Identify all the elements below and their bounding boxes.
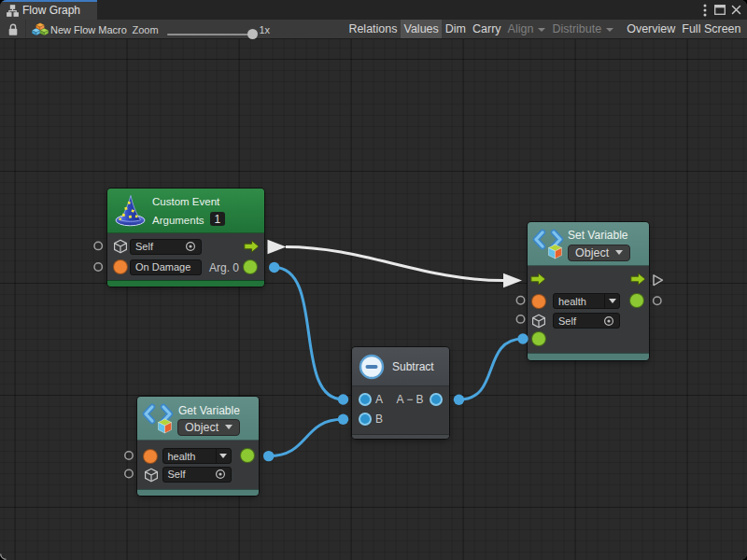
toolbar-button-group: RelationsValuesDimCarryAlignDistributeOv… <box>345 20 744 38</box>
node-custom-event[interactable]: Custom Event Arguments1 Self <box>107 189 264 287</box>
self-target-field[interactable]: Self <box>130 239 202 255</box>
subtract-header: Subtract <box>352 347 449 386</box>
flow-graph-window: Flow Graph <box>0 0 747 560</box>
toolbar-button-align: Align <box>504 20 549 38</box>
flow-in-arrow-port[interactable] <box>530 273 546 289</box>
value-output-port[interactable] <box>240 448 255 463</box>
object-picker-icon[interactable] <box>603 315 614 327</box>
subtract-title: Subtract <box>392 360 434 373</box>
toolbar-button-full-screen[interactable]: Full Screen <box>679 20 744 38</box>
toolbar-button-label: Relations <box>348 22 397 35</box>
toolbar-separator <box>25 20 26 38</box>
zoom-value: 1x <box>260 24 271 35</box>
lock-icon[interactable] <box>7 23 19 40</box>
subtract-body: A A − B B <box>352 386 449 434</box>
get-variable-footer <box>137 489 259 496</box>
arguments-count-field[interactable]: 1 <box>210 212 226 226</box>
toolbar-button-label: Values <box>404 22 439 35</box>
tab-strip: Flow Graph <box>0 0 747 20</box>
value-output-port[interactable] <box>629 293 644 308</box>
variable-name-dropdown[interactable]: health <box>162 448 232 464</box>
gameobject-cube-icon <box>531 314 546 332</box>
self-target-value: Self <box>135 241 185 252</box>
input-a-port[interactable] <box>359 393 372 406</box>
variable-name-port[interactable] <box>143 449 158 464</box>
object-picker-icon[interactable] <box>185 241 196 252</box>
node-get-variable[interactable]: Get Variable Object health <box>137 397 259 496</box>
window-resize-grip[interactable] <box>0 551 9 560</box>
self-target-field[interactable]: Self <box>162 467 232 483</box>
subtract-icon <box>359 354 385 384</box>
variable-icon <box>141 402 176 440</box>
graph-toolbar: New Flow Macro Zoom 1x RelationsValuesDi… <box>0 20 747 39</box>
variable-icon <box>531 228 567 265</box>
variable-name-value: health <box>168 451 216 462</box>
input-b-label: B <box>375 413 383 426</box>
maximize-icon[interactable] <box>712 0 727 20</box>
node-subtract[interactable]: Subtract A A − B B <box>352 347 449 439</box>
variable-kind-value: Object <box>185 421 218 434</box>
set-variable-title: Set Variable <box>568 229 627 242</box>
toolbar-button-distribute: Distribute <box>549 20 617 38</box>
chevron-down-icon <box>615 250 623 255</box>
toolbar-button-label: Align <box>508 22 534 35</box>
custom-event-header: Custom Event Arguments1 <box>107 189 264 233</box>
variable-kind-dropdown[interactable]: Object <box>177 419 240 436</box>
chevron-down-icon <box>604 294 619 308</box>
arg0-label: Arg. 0 <box>209 261 239 274</box>
variable-name-dropdown[interactable]: health <box>553 293 620 309</box>
chevron-down-icon <box>606 28 613 32</box>
toolbar-button-values[interactable]: Values <box>401 20 442 38</box>
get-variable-title: Get Variable <box>178 404 240 417</box>
variable-name-value: health <box>558 296 604 307</box>
input-a-label: A <box>375 393 383 406</box>
subtract-footer <box>352 434 449 440</box>
wizard-hat-icon <box>112 192 148 232</box>
get-variable-header: Get Variable Object <box>137 397 259 441</box>
object-picker-icon[interactable] <box>215 469 226 480</box>
event-name-value: On Damage <box>135 261 196 273</box>
tab-title: Flow Graph <box>22 4 80 17</box>
variable-name-port[interactable] <box>531 294 546 309</box>
gameobject-cube-icon <box>113 239 128 258</box>
tab-active-accent <box>0 0 97 2</box>
custom-event-footer <box>107 280 264 287</box>
set-variable-body: health Self <box>528 266 649 353</box>
toolbar-button-label: Full Screen <box>682 22 740 35</box>
input-b-port[interactable] <box>359 413 372 426</box>
arg0-output-port[interactable] <box>243 259 258 274</box>
node-set-variable[interactable]: Set Variable Object health <box>528 222 649 360</box>
zoom-slider-track[interactable] <box>167 34 254 35</box>
flow-out-arrow-port[interactable] <box>244 240 260 257</box>
set-variable-footer <box>528 353 649 360</box>
value-input-port[interactable] <box>531 331 546 346</box>
event-name-field[interactable]: On Damage <box>130 259 202 275</box>
arguments-label: Arguments <box>152 214 204 225</box>
tab-flow-graph[interactable]: Flow Graph <box>0 0 97 20</box>
toolbar-gap <box>617 20 624 38</box>
kebab-menu-icon[interactable] <box>698 0 712 20</box>
custom-event-body: Self On Damage Arg. 0 <box>107 233 264 280</box>
event-name-port[interactable] <box>113 259 128 274</box>
toolbar-button-carry[interactable]: Carry <box>470 20 505 38</box>
custom-event-title: Custom Event <box>152 196 219 207</box>
toolbar-button-label: Dim <box>445 22 466 35</box>
chevron-down-icon <box>538 28 545 32</box>
flow-out-arrow-port[interactable] <box>630 273 646 289</box>
self-target-field[interactable]: Self <box>553 313 620 329</box>
toolbar-button-label: Carry <box>472 22 501 35</box>
toolbar-button-overview[interactable]: Overview <box>624 20 679 38</box>
toolbar-button-dim[interactable]: Dim <box>442 20 469 38</box>
flow-macro-icon <box>32 22 49 40</box>
zoom-slider-handle[interactable] <box>247 29 258 39</box>
macro-name-label[interactable]: New Flow Macro <box>50 24 127 35</box>
variable-kind-dropdown[interactable]: Object <box>568 245 630 261</box>
flow-graph-icon <box>7 4 19 21</box>
chevron-down-icon <box>225 425 233 429</box>
self-target-value: Self <box>168 469 215 480</box>
result-output-port[interactable] <box>430 393 443 406</box>
toolbar-button-relations[interactable]: Relations <box>345 20 401 38</box>
variable-kind-value: Object <box>575 246 609 259</box>
close-icon[interactable] <box>728 0 743 20</box>
set-variable-header: Set Variable Object <box>528 222 649 266</box>
